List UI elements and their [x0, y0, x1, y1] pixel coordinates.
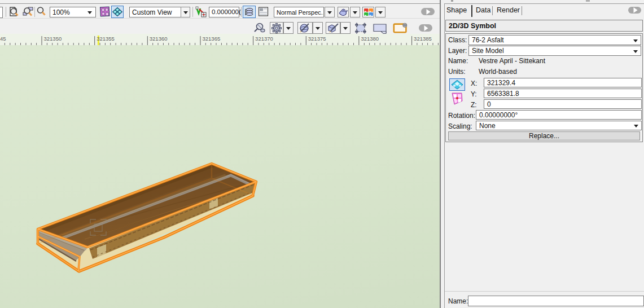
svg-text:45: 45: [0, 36, 6, 42]
svg-text:321380: 321380: [361, 36, 379, 42]
svg-text:321355: 321355: [97, 36, 115, 42]
svg-text:321350: 321350: [44, 36, 62, 42]
svg-text:321365: 321365: [203, 36, 221, 42]
svg-text:321360: 321360: [150, 36, 168, 42]
svg-text:321385: 321385: [414, 36, 432, 42]
svg-text:321375: 321375: [308, 36, 326, 42]
svg-text:321370: 321370: [255, 36, 273, 42]
